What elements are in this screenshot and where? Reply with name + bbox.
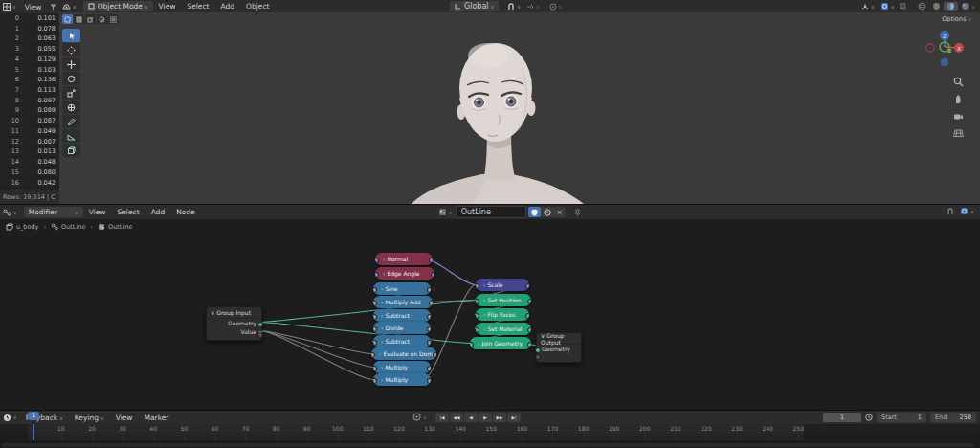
virtual-socket[interactable] <box>257 332 263 338</box>
end-frame-field[interactable]: End 250 <box>930 413 976 422</box>
camera-view-button[interactable] <box>951 109 965 123</box>
overlays-dropdown[interactable]: ∨ <box>878 2 898 11</box>
viewport-menu-select[interactable]: Select <box>181 2 214 11</box>
node-join-geometry[interactable]: ›Join Geometry <box>470 337 531 349</box>
unlink-node-group-button[interactable]: × <box>554 207 566 217</box>
geometry-socket[interactable] <box>535 347 541 353</box>
expand-chevron-icon[interactable]: › <box>381 364 383 370</box>
horizontal-scrollbar[interactable] <box>2 443 974 447</box>
orthographic-toggle-button[interactable] <box>951 126 965 140</box>
input-socket[interactable] <box>373 314 377 320</box>
input-socket[interactable] <box>476 327 479 333</box>
navigation-gizmo[interactable]: Z X <box>923 25 967 69</box>
fake-user-toggle[interactable] <box>528 207 541 217</box>
viewport-3d[interactable]: ∨ Object Mode ∨ View Select Add Object G… <box>59 0 980 204</box>
input-socket[interactable] <box>476 313 479 319</box>
snap-toggle-button[interactable]: ∨ <box>504 3 523 11</box>
shading-solid-button[interactable] <box>929 2 944 11</box>
zoom-tool-button[interactable] <box>951 75 965 88</box>
play-button[interactable]: ▶ <box>479 413 492 422</box>
start-frame-field[interactable]: Start 1 <box>877 413 926 422</box>
input-socket[interactable] <box>476 283 479 289</box>
mode-dropdown[interactable]: Object Mode ∨ <box>83 1 153 11</box>
node-multiply-2[interactable]: ›Multiply <box>373 373 431 386</box>
pan-tool-button[interactable] <box>951 92 965 105</box>
input-socket[interactable] <box>373 378 377 384</box>
auto-keying-button[interactable]: ∨ <box>410 413 430 421</box>
shading-wireframe-button[interactable] <box>915 2 929 11</box>
shading-rendered-button[interactable]: ∨ <box>958 2 978 11</box>
expand-chevron-icon[interactable]: › <box>381 299 383 305</box>
node-set-material[interactable]: ›Set Material <box>476 323 531 335</box>
filter-button[interactable] <box>50 4 59 11</box>
node-tree-type-dropdown[interactable]: Modifier ∨ <box>24 207 83 217</box>
tool-scale-button[interactable] <box>62 86 80 100</box>
transform-orientation-dropdown[interactable]: Global ∨ <box>450 1 499 11</box>
geometry-socket[interactable] <box>257 322 263 327</box>
node-normal[interactable]: ›Normal <box>375 253 433 265</box>
timeline-menu-view[interactable]: View <box>110 414 139 422</box>
show-gizmo-dropdown[interactable]: ∨ <box>858 3 878 11</box>
node-evaluate-on-domain[interactable]: ›Evaluate on Dom... <box>371 347 436 360</box>
shading-material-button[interactable] <box>944 2 958 11</box>
expand-chevron-icon[interactable]: › <box>483 297 485 303</box>
timeline-menu-marker[interactable]: Marker <box>139 414 175 422</box>
input-socket[interactable] <box>373 326 377 332</box>
tool-cursor-button[interactable] <box>62 43 80 56</box>
expand-chevron-icon[interactable]: › <box>381 325 383 331</box>
current-frame-badge[interactable]: 1 <box>28 412 39 420</box>
viewport-menu-add[interactable]: Add <box>215 2 241 11</box>
input-socket[interactable] <box>371 352 375 358</box>
tool-transform-button[interactable] <box>62 101 80 114</box>
next-keyframe-button[interactable]: ▶▶ <box>493 413 506 422</box>
select-mode-circle-button[interactable] <box>85 14 96 24</box>
node-subtract-1[interactable]: ›Subtract <box>373 309 431 322</box>
timeline-editor-type-button[interactable]: ∨ <box>0 414 20 422</box>
breadcrumb-object[interactable]: u_body <box>16 223 38 231</box>
viewport-editor-type-button[interactable]: ∨ <box>59 3 79 11</box>
spreadsheet-view-menu[interactable]: View <box>19 3 48 11</box>
pin-toggle-button[interactable] <box>571 209 584 216</box>
tool-move-button[interactable] <box>62 57 80 71</box>
expand-chevron-icon[interactable]: › <box>478 340 479 347</box>
node-flip-faces[interactable]: ›Flip Faces <box>476 308 529 321</box>
input-socket[interactable] <box>373 340 377 346</box>
node-group-input[interactable]: ∨ Group InputGeometryValue <box>206 306 262 341</box>
tool-add-cube-button[interactable] <box>62 144 80 157</box>
node-group-browse-button[interactable]: ∨ <box>435 208 456 216</box>
tool-rotate-button[interactable] <box>62 72 80 85</box>
node-multiply-1[interactable]: ›Multiply <box>373 361 431 373</box>
node-menu-select[interactable]: Select <box>111 208 145 216</box>
expand-chevron-icon[interactable]: › <box>483 311 485 318</box>
expand-chevron-icon[interactable]: › <box>381 285 383 292</box>
input-socket[interactable] <box>373 366 377 371</box>
tool-annotate-button[interactable] <box>62 115 80 128</box>
input-socket[interactable] <box>375 272 379 278</box>
node-menu-node[interactable]: Node <box>170 208 201 216</box>
input-socket[interactable] <box>373 301 377 306</box>
xray-toggle-button[interactable] <box>897 3 910 11</box>
tool-select-button[interactable] <box>62 29 80 42</box>
input-socket[interactable] <box>476 299 479 304</box>
node-scale[interactable]: ›Scale <box>476 279 529 291</box>
viewport-options-dropdown[interactable]: Options ∨ <box>937 14 976 24</box>
node-group-name-field[interactable]: OutLine <box>456 206 526 218</box>
expand-chevron-icon[interactable]: › <box>381 376 383 383</box>
current-frame-field[interactable]: 1 <box>823 413 861 422</box>
expand-chevron-icon[interactable]: › <box>381 338 383 345</box>
node-edge-angle[interactable]: ›Edge Angle <box>375 267 434 280</box>
input-socket[interactable] <box>470 342 474 347</box>
node-editor-type-button[interactable]: ∨ <box>0 209 20 216</box>
input-socket[interactable] <box>373 287 377 293</box>
node-subtract-2[interactable]: ›Subtract <box>373 335 431 347</box>
expand-chevron-icon[interactable]: › <box>483 281 485 288</box>
node-snap-button[interactable] <box>944 208 957 215</box>
select-mode-lasso-button[interactable] <box>97 14 107 24</box>
node-menu-add[interactable]: Add <box>145 208 171 216</box>
jump-to-end-button[interactable]: ▶| <box>507 413 521 422</box>
new-node-group-button[interactable] <box>541 207 554 217</box>
expand-chevron-icon[interactable]: › <box>383 270 385 277</box>
previous-keyframe-button[interactable]: ◀◀ <box>450 413 463 422</box>
virtual-socket[interactable] <box>535 354 541 360</box>
node-graph-canvas[interactable]: ∨ Group InputGeometryValue›Normal›Edge A… <box>0 205 980 411</box>
